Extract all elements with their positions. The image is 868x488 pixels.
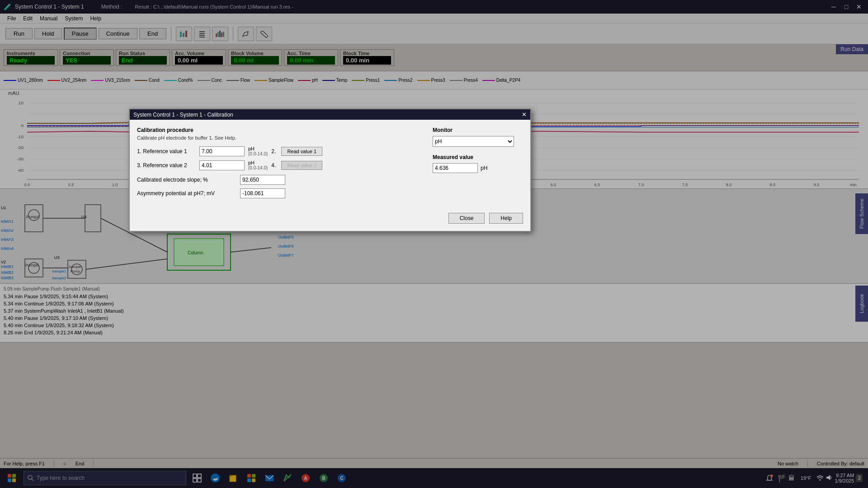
measured-label: Measured value — [433, 154, 523, 160]
calibration-section: Calibration procedure Calibrate pH elect… — [137, 127, 424, 141]
modal-overlay — [0, 0, 868, 488]
asym-label: Asymmetry potential at pH7; mV — [137, 190, 236, 197]
ref-value-2-unit-block: pH (0.0-14.0) — [248, 160, 268, 170]
slope-label: Calibrated electrode slope; % — [137, 177, 236, 183]
dialog-close-icon[interactable]: ✕ — [522, 111, 527, 118]
asym-row: Asymmetry potential at pH7; mV — [137, 188, 424, 198]
close-button[interactable]: Close — [448, 213, 485, 224]
calibrated-slope-section: Calibrated electrode slope; % Asymmetry … — [137, 175, 424, 198]
dialog-footer: Close Help — [130, 209, 530, 231]
measured-unit: pH — [481, 165, 487, 171]
step-2-label: 2. — [271, 148, 276, 155]
calib-section-title: Calibration procedure — [137, 127, 424, 133]
dialog-title: System Control 1 - System 1 - Calibratio… — [133, 112, 233, 118]
ref-value-1-range: (0.0-14.0) — [248, 151, 268, 156]
calib-description: Calibrate pH electrode for buffer 1. See… — [137, 135, 424, 141]
asym-input[interactable] — [240, 188, 285, 198]
measured-value-input[interactable] — [433, 163, 478, 173]
ref-value-1-label: 1. Reference value 1 — [137, 148, 196, 155]
ref-value-1-unit: pH — [248, 146, 268, 151]
help-button[interactable]: Help — [489, 213, 523, 224]
monitor-label: Monitor — [433, 127, 523, 133]
read-value-2-button[interactable]: Read value 2 — [281, 161, 322, 170]
slope-input[interactable] — [240, 175, 285, 185]
read-value-1-button[interactable]: Read value 1 — [281, 147, 322, 156]
step-4-label: 4. — [271, 162, 276, 169]
dialog-titlebar: System Control 1 - System 1 - Calibratio… — [130, 109, 530, 120]
dialog-body: Calibration procedure Calibrate pH elect… — [130, 120, 530, 209]
measured-value-row: pH — [433, 163, 523, 173]
ref-value-2-label: 3. Reference value 2 — [137, 162, 196, 169]
calibration-dialog: System Control 1 - System 1 - Calibratio… — [129, 108, 531, 232]
ref-value-2-input[interactable] — [199, 160, 245, 170]
ref-value-1-row: 1. Reference value 1 pH (0.0-14.0) 2. Re… — [137, 146, 424, 156]
ref-value-1-input[interactable] — [199, 146, 245, 156]
ref-value-1-unit-block: pH (0.0-14.0) — [248, 146, 268, 156]
ref-value-2-unit: pH — [248, 160, 268, 165]
ref-value-2-row: 3. Reference value 2 pH (0.0-14.0) 4. Re… — [137, 160, 424, 170]
dialog-left-panel: Calibration procedure Calibrate pH elect… — [137, 127, 424, 202]
ref-value-2-range: (0.0-14.0) — [248, 165, 268, 170]
monitor-select[interactable]: pH UV1 UV2 Cond — [433, 136, 514, 147]
dialog-right-panel: Monitor pH UV1 UV2 Cond Measured value p… — [433, 127, 523, 202]
slope-row: Calibrated electrode slope; % — [137, 175, 424, 185]
